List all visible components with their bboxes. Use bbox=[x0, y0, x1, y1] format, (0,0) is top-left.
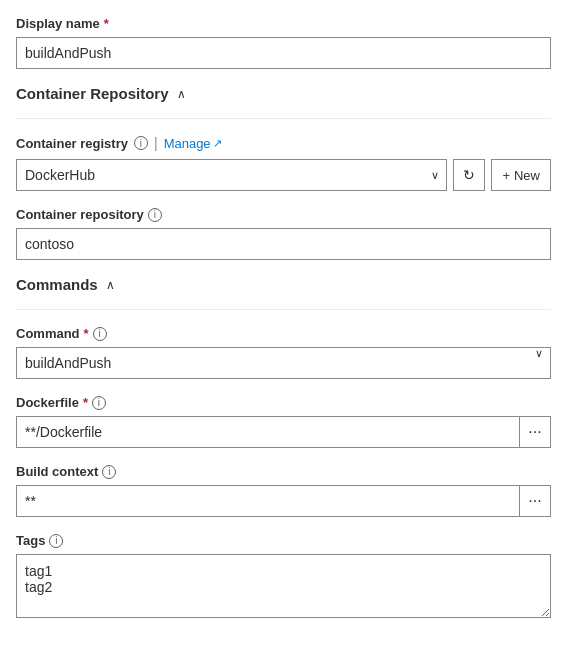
build-context-label-text: Build context bbox=[16, 464, 98, 479]
build-context-field: Build context i ··· bbox=[16, 464, 551, 517]
ellipsis-icon: ··· bbox=[528, 423, 541, 441]
tags-label: Tags i bbox=[16, 533, 551, 548]
display-name-label: Display name * bbox=[16, 16, 551, 31]
display-name-section: Display name * bbox=[16, 16, 551, 69]
build-context-input-group: ··· bbox=[16, 485, 551, 517]
dockerfile-label: Dockerfile * i bbox=[16, 395, 551, 410]
command-dropdown-wrapper: buildAndPush build push ∨ bbox=[16, 347, 551, 379]
display-name-required: * bbox=[104, 16, 109, 31]
display-name-input[interactable] bbox=[16, 37, 551, 69]
dockerfile-input[interactable] bbox=[16, 416, 519, 448]
container-repository-field-label: Container repository i bbox=[16, 207, 551, 222]
container-repository-divider bbox=[16, 118, 551, 119]
container-repository-input[interactable] bbox=[16, 228, 551, 260]
dockerfile-info-icon[interactable]: i bbox=[92, 396, 106, 410]
registry-new-button[interactable]: + New bbox=[491, 159, 551, 191]
display-name-text: Display name bbox=[16, 16, 100, 31]
build-context-browse-button[interactable]: ··· bbox=[519, 485, 551, 517]
commands-collapse-icon[interactable]: ∧ bbox=[106, 278, 115, 292]
container-registry-info-icon[interactable]: i bbox=[134, 136, 148, 150]
container-repository-title: Container Repository bbox=[16, 85, 169, 102]
refresh-icon: ↻ bbox=[463, 167, 475, 183]
container-registry-label-row: Container registry i | Manage ↗ bbox=[16, 135, 551, 151]
commands-title: Commands bbox=[16, 276, 98, 293]
manage-link[interactable]: Manage ↗ bbox=[164, 136, 222, 151]
dockerfile-required: * bbox=[83, 395, 88, 410]
container-repository-collapse-icon[interactable]: ∧ bbox=[177, 87, 186, 101]
tags-label-text: Tags bbox=[16, 533, 45, 548]
container-repository-header: Container Repository ∧ bbox=[16, 85, 551, 102]
build-context-input[interactable] bbox=[16, 485, 519, 517]
build-context-label: Build context i bbox=[16, 464, 551, 479]
new-label: New bbox=[514, 168, 540, 183]
dockerfile-label-text: Dockerfile bbox=[16, 395, 79, 410]
command-label: Command * i bbox=[16, 326, 551, 341]
container-repository-label-text: Container repository bbox=[16, 207, 144, 222]
command-select[interactable]: buildAndPush build push bbox=[16, 347, 551, 379]
command-field: Command * i buildAndPush build push ∨ bbox=[16, 326, 551, 379]
container-registry-dropdown-wrapper: DockerHub ∨ bbox=[16, 159, 447, 191]
tags-field: Tags i tag1 tag2 bbox=[16, 533, 551, 621]
container-registry-controls: DockerHub ∨ ↻ + New bbox=[16, 159, 551, 191]
command-info-icon[interactable]: i bbox=[93, 327, 107, 341]
command-label-text: Command bbox=[16, 326, 80, 341]
registry-refresh-button[interactable]: ↻ bbox=[453, 159, 485, 191]
container-repository-field: Container repository i bbox=[16, 207, 551, 260]
commands-section: Commands ∧ Command * i buildAndPush buil… bbox=[16, 276, 551, 621]
build-context-ellipsis-icon: ··· bbox=[528, 492, 541, 510]
dockerfile-browse-button[interactable]: ··· bbox=[519, 416, 551, 448]
tags-input[interactable]: tag1 tag2 bbox=[16, 554, 551, 618]
commands-header: Commands ∧ bbox=[16, 276, 551, 293]
container-repository-info-icon[interactable]: i bbox=[148, 208, 162, 222]
container-registry-label: Container registry bbox=[16, 136, 128, 151]
manage-label: Manage bbox=[164, 136, 211, 151]
dockerfile-input-group: ··· bbox=[16, 416, 551, 448]
build-context-info-icon[interactable]: i bbox=[102, 465, 116, 479]
external-link-icon: ↗ bbox=[213, 137, 222, 150]
container-registry-field: Container registry i | Manage ↗ DockerHu… bbox=[16, 135, 551, 191]
dockerfile-field: Dockerfile * i ··· bbox=[16, 395, 551, 448]
container-repository-section: Container Repository ∧ Container registr… bbox=[16, 85, 551, 260]
pipe-separator: | bbox=[154, 135, 158, 151]
tags-info-icon[interactable]: i bbox=[49, 534, 63, 548]
commands-divider bbox=[16, 309, 551, 310]
command-required: * bbox=[84, 326, 89, 341]
plus-icon: + bbox=[502, 168, 510, 183]
container-registry-select[interactable]: DockerHub bbox=[16, 159, 447, 191]
